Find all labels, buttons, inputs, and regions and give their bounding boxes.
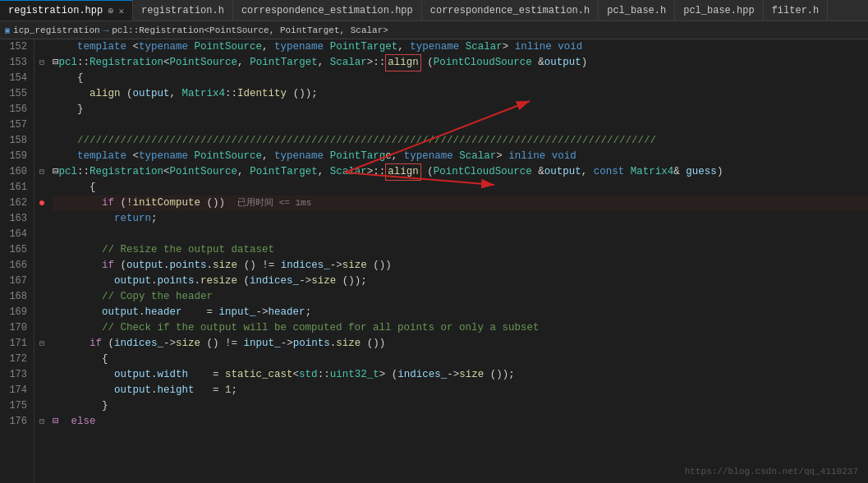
gutter-170: [34, 320, 49, 336]
code-line-160: ⊟pcl::Registration<PointSource, PointTar…: [53, 164, 868, 180]
tab-correspondence-estimation-h[interactable]: correspondence_estimation.h: [422, 0, 599, 21]
gutter-173: [34, 367, 49, 383]
tab-dirty-indicator: ⊕: [108, 5, 113, 17]
code-line-162: if (!initCompute ()) 已用时间 <= 1ms: [53, 196, 868, 211]
code-line-170: // Check if the output will be computed …: [53, 320, 868, 336]
line-num-169: 169: [3, 305, 27, 320]
line-num-156: 156: [3, 102, 27, 117]
line-num-171: 171: [3, 336, 27, 352]
line-num-160: 160: [3, 164, 27, 180]
code-line-155: align (output, Matrix4::Identity ());: [53, 86, 868, 102]
code-line-157: [53, 117, 868, 133]
code-line-152: template <typename PointSource, typename…: [53, 39, 868, 55]
align-highlight-2: align: [385, 163, 421, 181]
code-line-174: output.height = 1;: [53, 383, 868, 398]
code-area: template <typename PointSource, typename…: [49, 39, 868, 483]
gutter-160[interactable]: ⊟: [34, 164, 49, 180]
line-num-155: 155: [3, 86, 27, 102]
line-num-163: 163: [3, 211, 27, 227]
line-num-161: 161: [3, 180, 27, 196]
gutter-157: [34, 117, 49, 133]
tab-bar: registration.hpp ⊕ ✕ registration.h corr…: [0, 0, 868, 21]
gutter-156: [34, 102, 49, 117]
tab-registration-hpp[interactable]: registration.hpp ⊕ ✕: [0, 0, 133, 21]
code-line-163: return;: [53, 211, 868, 227]
tab-registration-h[interactable]: registration.h: [133, 0, 233, 21]
gutter-164: [34, 227, 49, 242]
editor-container: 152 153 154 155 156 157 158 159 160 161 …: [0, 39, 868, 483]
gutter-165: [34, 242, 49, 258]
tab-pcl-base-hpp[interactable]: pcl_base.hpp: [675, 0, 763, 21]
close-icon[interactable]: ✕: [118, 6, 124, 16]
gutter-161: [34, 180, 49, 196]
line-num-166: 166: [3, 258, 27, 274]
line-num-175: 175: [3, 398, 27, 414]
code-line-159: template <typename PointSource, typename…: [53, 149, 868, 164]
line-num-152: 152: [3, 39, 27, 55]
line-num-153: 153: [3, 55, 27, 71]
gutter-168: [34, 289, 49, 305]
code-line-158: ////////////////////////////////////////…: [53, 133, 868, 149]
gutter-175: [34, 398, 49, 414]
line-num-172: 172: [3, 352, 27, 367]
tab-label: registration.h: [141, 5, 224, 16]
line-num-170: 170: [3, 320, 27, 336]
line-num-165: 165: [3, 242, 27, 258]
file-icon: ▣: [5, 25, 10, 35]
gutter-155: [34, 86, 49, 102]
code-line-176: ⊟ else: [53, 414, 868, 430]
tab-label: pcl_base.hpp: [683, 5, 754, 16]
code-line-167: output.points.resize (indices_->size ())…: [53, 274, 868, 289]
gutter-159: [34, 149, 49, 164]
editor-window: registration.hpp ⊕ ✕ registration.h corr…: [0, 0, 868, 483]
breadcrumb-arrow: →: [103, 25, 109, 35]
line-num-159: 159: [3, 149, 27, 164]
line-num-154: 154: [3, 71, 27, 86]
code-line-175: }: [53, 398, 868, 414]
code-line-173: output.width = static_cast<std::uint32_t…: [53, 367, 868, 383]
gutter-163: [34, 211, 49, 227]
gutter-176[interactable]: ⊟: [34, 414, 49, 430]
gutter-171[interactable]: ⊟: [34, 336, 49, 352]
gutter-158: [34, 133, 49, 149]
line-num-167: 167: [3, 274, 27, 289]
line-num-158: 158: [3, 133, 27, 149]
gutter-174: [34, 383, 49, 398]
code-line-168: // Copy the header: [53, 289, 868, 305]
gutter-153[interactable]: ⊟: [34, 55, 49, 71]
gutter-166: [34, 258, 49, 274]
align-highlight-1: align: [385, 54, 421, 71]
gutter-167: [34, 274, 49, 289]
code-line-164: [53, 227, 868, 242]
tab-filter-h[interactable]: filter.h: [764, 0, 829, 21]
line-num-174: 174: [3, 383, 27, 398]
tab-label: pcl_base.h: [607, 5, 666, 16]
gutter-152: [34, 39, 49, 55]
tab-label: correspondence_estimation.h: [430, 5, 590, 16]
tab-label: registration.hpp: [8, 5, 103, 16]
line-numbers: 152 153 154 155 156 157 158 159 160 161 …: [0, 39, 34, 483]
code-line-156: }: [53, 102, 868, 117]
line-num-168: 168: [3, 289, 27, 305]
line-num-162: 162: [3, 196, 27, 211]
tab-correspondence-estimation-hpp[interactable]: correspondence_estimation.hpp: [233, 0, 422, 21]
line-num-176: 176: [3, 414, 27, 430]
gutter-162-breakpoint[interactable]: ●: [34, 196, 49, 211]
gutter-169: [34, 305, 49, 320]
code-line-153: ⊟pcl::Registration<PointSource, PointTar…: [53, 55, 868, 71]
breadcrumb-file: icp_registration: [13, 25, 100, 35]
breadcrumb-scope: pcl::Registration<PointSource, PointTarg…: [112, 25, 388, 35]
gutter-154: [34, 71, 49, 86]
tab-label: correspondence_estimation.hpp: [241, 5, 413, 16]
code-line-171: if (indices_->size () != input_->points.…: [53, 336, 868, 352]
breadcrumb-bar: ▣ icp_registration → pcl::Registration<P…: [0, 21, 868, 39]
code-line-165: // Resize the output dataset: [53, 242, 868, 258]
code-line-154: {: [53, 71, 868, 86]
tab-label: filter.h: [772, 5, 820, 16]
code-line-161: {: [53, 180, 868, 196]
line-num-157: 157: [3, 117, 27, 133]
code-line-169: output.header = input_->header;: [53, 305, 868, 320]
gutter: ⊟ ⊟ ● ⊟ ⊟: [34, 39, 49, 483]
line-num-173: 173: [3, 367, 27, 383]
tab-pcl-base-h[interactable]: pcl_base.h: [599, 0, 675, 21]
